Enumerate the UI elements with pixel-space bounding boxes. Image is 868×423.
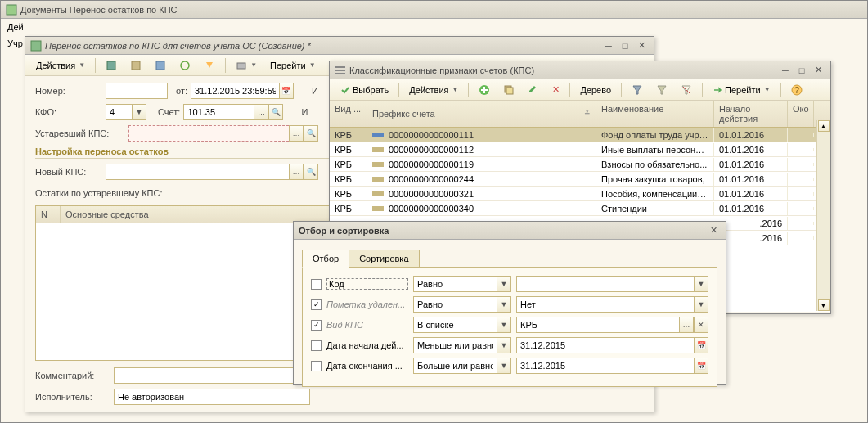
filter-close[interactable]: ✕ (706, 224, 721, 237)
filter-op-input[interactable] (413, 317, 497, 333)
tb-icon-5[interactable] (198, 57, 221, 74)
tb-icon-1[interactable] (100, 57, 123, 74)
filter-val-input[interactable] (516, 358, 694, 374)
new-kps-open[interactable]: 🔍 (304, 164, 318, 180)
number-input[interactable] (106, 83, 168, 99)
filter-op-dropdown[interactable]: ▼ (497, 358, 511, 374)
filter-checkbox[interactable] (311, 340, 322, 351)
table-row[interactable]: КРБ00000000000000340Стипендии01.01.2016 (330, 201, 830, 216)
kfo-dropdown[interactable]: ▼ (132, 104, 146, 120)
remains-label: Остатки по устаревшему КПС: (35, 188, 163, 198)
filter-val-clear[interactable]: ✕ (694, 317, 708, 333)
table-row[interactable]: КРБ00000000000000112Иные выплаты персона… (330, 142, 830, 157)
kps-title: Классификационные признаки счетов (КПС) (349, 65, 778, 75)
col-end[interactable]: Око (788, 101, 814, 127)
filter-val-input[interactable] (516, 317, 679, 333)
svg-rect-4 (156, 61, 164, 70)
cell-name: Прочая закупка товаров, (596, 173, 714, 186)
kps-scrollbar[interactable]: ▲ ▼ (816, 120, 830, 311)
kps-go-menu[interactable]: Перейти▼ (707, 83, 776, 97)
tab-filter[interactable]: Отбор (302, 250, 349, 268)
close-button[interactable]: ✕ (634, 39, 649, 52)
bg-titlebar: Документы Перенос остатков по КПС (1, 1, 867, 19)
filter-op-dropdown[interactable]: ▼ (497, 317, 511, 333)
filter-val-select[interactable]: … (679, 317, 694, 333)
col-prefix[interactable]: Префикс счета≛ (367, 101, 596, 127)
scroll-down-icon[interactable]: ▼ (818, 299, 830, 311)
svg-rect-0 (7, 5, 16, 15)
actions-menu[interactable]: Действия▼ (30, 58, 91, 73)
kps-close[interactable]: ✕ (811, 64, 825, 77)
date-calendar-button[interactable]: 📅 (279, 83, 294, 99)
filter-op-dropdown[interactable]: ▼ (497, 296, 511, 313)
delete-row-icon[interactable]: ✕ (546, 82, 565, 97)
old-kps-select[interactable]: … (289, 125, 304, 142)
filter-op-dropdown[interactable]: ▼ (497, 337, 511, 353)
minimize-button[interactable]: ─ (601, 39, 616, 52)
maximize-button[interactable]: □ (618, 39, 632, 52)
cell-end (788, 192, 814, 196)
edit-row-icon[interactable] (522, 82, 545, 98)
cell-kind: КРБ (330, 143, 367, 156)
svg-rect-6 (237, 63, 245, 69)
kps-actions-menu[interactable]: Действия▼ (403, 83, 464, 97)
svg-rect-8 (335, 66, 345, 68)
filter-val-input[interactable] (516, 337, 694, 353)
doc-go-menu[interactable]: Перейти▼ (264, 58, 322, 73)
filter-checkbox[interactable]: ✓ (311, 320, 322, 331)
account-input[interactable] (183, 104, 254, 120)
kps-minimize[interactable]: ─ (778, 64, 793, 77)
filter-icon[interactable] (626, 82, 649, 98)
col-start[interactable]: Начало действия (714, 101, 788, 127)
tree-button[interactable]: Дерево (574, 83, 617, 97)
table-row[interactable]: КРБ00000000000000321Пособия, компенсации… (330, 187, 830, 201)
cell-prefix: 00000000000000112 (367, 143, 596, 156)
filter-checkbox[interactable] (311, 279, 322, 290)
tab-sort[interactable]: Сортировка (349, 250, 419, 268)
tb-icon-6[interactable]: ▼ (230, 57, 263, 74)
account-select-button[interactable]: … (254, 104, 268, 120)
cell-end (788, 178, 814, 181)
copy-icon[interactable] (497, 82, 520, 98)
filter-op-dropdown[interactable]: ▼ (497, 276, 511, 292)
filter-val-dropdown[interactable]: ▼ (694, 296, 708, 313)
refresh-icon[interactable] (173, 57, 196, 74)
executor-input[interactable] (114, 389, 310, 405)
filter-checkbox[interactable] (311, 361, 322, 371)
account-open-button[interactable]: 🔍 (268, 104, 283, 120)
filter-op-input[interactable] (413, 358, 497, 374)
kfo-input[interactable] (106, 104, 132, 120)
col-name[interactable]: Наименование (596, 101, 714, 127)
filter-val-calendar[interactable]: 📅 (694, 337, 708, 353)
tb-icon-2[interactable] (124, 57, 147, 74)
select-button[interactable]: Выбрать (335, 83, 394, 97)
svg-rect-21 (372, 206, 384, 211)
table-row[interactable]: КРБ00000000000000111Фонд оплаты труда уч… (330, 128, 830, 142)
filter-op-input[interactable] (413, 276, 497, 292)
filter-val-input[interactable] (516, 296, 694, 313)
new-kps-input[interactable] (106, 164, 289, 180)
table-row[interactable]: КРБ00000000000000119Взносы по обязательн… (330, 157, 830, 172)
col-kind[interactable]: Вид ... (330, 101, 367, 127)
clear-filter-icon[interactable] (675, 82, 698, 98)
filter-checkbox[interactable]: ✓ (311, 299, 322, 310)
filter-val-input[interactable] (516, 276, 694, 292)
filter-op-input[interactable] (413, 337, 497, 353)
cell-prefix: 00000000000000111 (367, 128, 596, 142)
old-kps-input[interactable] (128, 125, 289, 142)
table-row[interactable]: КРБ00000000000000244Прочая закупка товар… (330, 172, 830, 187)
svg-rect-20 (372, 191, 384, 196)
filter-settings-icon[interactable] (650, 82, 673, 98)
filter-op-input[interactable] (413, 296, 497, 313)
filter-val-calendar[interactable]: 📅 (694, 358, 708, 374)
kps-maximize[interactable]: □ (794, 64, 809, 77)
add-icon[interactable] (473, 82, 496, 98)
help-icon[interactable]: ? (785, 82, 808, 98)
cell-prefix: 00000000000000244 (367, 173, 596, 186)
filter-val-dropdown[interactable]: ▼ (694, 276, 708, 292)
scroll-up-icon[interactable]: ▲ (818, 120, 830, 132)
new-kps-select[interactable]: … (289, 164, 304, 180)
date-input[interactable] (191, 83, 279, 99)
tb-icon-3[interactable] (149, 57, 172, 74)
old-kps-open[interactable]: 🔍 (304, 125, 318, 142)
